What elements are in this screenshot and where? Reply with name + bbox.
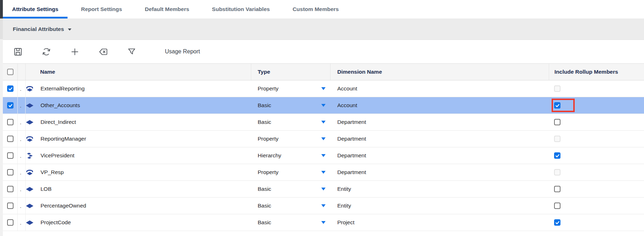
rollup-checkbox[interactable] <box>554 102 560 109</box>
table-row[interactable]: . Direct_Indirect Basic Department <box>3 114 644 131</box>
rollup-checkbox[interactable] <box>554 219 560 226</box>
tab-default-members[interactable]: Default Members <box>135 0 198 19</box>
row-drag-dot: . <box>18 198 26 214</box>
row-select-checkbox[interactable] <box>7 119 14 125</box>
row-select-checkbox[interactable] <box>7 203 14 209</box>
dropdown-arrow-icon <box>321 204 326 207</box>
usage-report-button[interactable]: Usage Report <box>165 48 200 55</box>
type-dropdown[interactable]: Property <box>251 80 331 97</box>
column-header-dimension: Dimension Name <box>331 64 549 80</box>
dimension-name: Account <box>337 102 357 109</box>
save-icon <box>13 47 23 57</box>
row-select-checkbox[interactable] <box>7 169 14 175</box>
column-header-type: Type <box>251 64 331 80</box>
property-attribute-icon <box>26 169 34 176</box>
row-drag-dot: . <box>18 214 26 231</box>
type-dropdown[interactable]: Basic <box>251 181 331 197</box>
attribute-name: ProjectCode <box>41 219 71 226</box>
hierarchy-attribute-icon <box>26 152 34 159</box>
attribute-type: Basic <box>258 102 271 109</box>
table-header: Name Type Dimension Name Include Rollup … <box>3 63 644 80</box>
tab-custom-members[interactable]: Custom Members <box>283 0 348 19</box>
table-row[interactable]: . VicePresident Hierarchy Department <box>3 147 644 164</box>
dropdown-arrow-icon <box>321 137 326 140</box>
row-drag-dot: . <box>18 80 26 97</box>
table-row[interactable]: . VP_Resp Property Department <box>3 164 644 181</box>
property-attribute-icon <box>26 85 34 92</box>
table-row[interactable]: . ProjectCode Basic Project <box>3 214 644 231</box>
table-row[interactable]: . ExternalReporting Property Account <box>3 80 644 97</box>
attribute-name: Direct_Indirect <box>41 119 76 125</box>
type-dropdown[interactable]: Basic <box>251 97 331 114</box>
dimension-name: Account <box>337 85 357 92</box>
dropdown-arrow-icon <box>321 188 326 190</box>
dropdown-arrow-icon <box>321 171 326 174</box>
tab-report-settings[interactable]: Report Settings <box>72 0 131 19</box>
dropdown-arrow-icon <box>321 154 326 157</box>
dropdown-arrow-icon <box>321 121 326 124</box>
rollup-checkbox <box>554 169 560 175</box>
table-row[interactable]: . PercentageOwned Basic Entity <box>3 198 644 214</box>
refresh-button[interactable] <box>41 47 51 57</box>
dropdown-arrow-icon <box>321 104 326 107</box>
toolbar: Usage Report <box>3 40 644 63</box>
type-dropdown[interactable]: Basic <box>251 198 331 214</box>
attribute-name: VicePresident <box>41 152 74 159</box>
attribute-name: Other_Accounts <box>41 102 80 109</box>
add-button[interactable] <box>70 47 80 57</box>
delete-button[interactable] <box>98 47 108 57</box>
attribute-group-selector[interactable]: Financial Attributes <box>13 26 71 32</box>
rollup-checkbox[interactable] <box>554 152 560 159</box>
basic-attribute-icon <box>26 186 34 193</box>
type-dropdown[interactable]: Property <box>251 131 331 147</box>
select-all-checkbox[interactable] <box>7 69 14 75</box>
delete-icon <box>98 47 108 57</box>
dropdown-arrow-icon <box>321 87 326 90</box>
row-select-checkbox[interactable] <box>7 152 14 159</box>
table-row[interactable]: . LOB Basic Entity <box>3 181 644 198</box>
dimension-name: Department <box>337 136 366 142</box>
row-select-checkbox[interactable] <box>7 219 14 226</box>
row-select-checkbox[interactable] <box>7 102 14 109</box>
row-drag-dot: . <box>18 97 26 114</box>
filter-button[interactable] <box>127 47 136 57</box>
property-attribute-icon <box>26 136 34 142</box>
checkmark-icon <box>8 86 13 91</box>
tab-substitution-variables[interactable]: Substitution Variables <box>203 0 279 19</box>
attribute-group-label: Financial Attributes <box>13 26 64 32</box>
type-dropdown[interactable]: Property <box>251 164 331 180</box>
row-drag-dot: . <box>18 131 26 147</box>
checkmark-icon <box>555 153 560 158</box>
type-dropdown[interactable]: Hierarchy <box>251 147 331 164</box>
attribute-settings-page: Attribute SettingsReport SettingsDefault… <box>3 0 644 231</box>
row-select-checkbox[interactable] <box>7 136 14 142</box>
window-edge-gray <box>0 19 3 39</box>
dropdown-arrow-icon <box>321 221 326 224</box>
row-drag-dot: . <box>18 147 26 164</box>
tab-attribute-settings[interactable]: Attribute Settings <box>3 0 68 19</box>
attribute-type: Basic <box>258 203 271 209</box>
attribute-name: ExternalReporting <box>41 85 85 92</box>
header-spacer <box>18 64 26 80</box>
rollup-checkbox[interactable] <box>554 203 560 209</box>
attributes-table: Name Type Dimension Name Include Rollup … <box>3 63 644 231</box>
column-header-name: Name <box>26 64 251 80</box>
checkmark-icon <box>555 103 560 108</box>
rollup-checkbox <box>554 136 560 142</box>
attribute-name: LOB <box>41 186 52 192</box>
table-row[interactable]: . ReportingManager Property Department <box>3 131 644 147</box>
basic-attribute-icon <box>26 219 34 226</box>
refresh-icon <box>42 47 51 57</box>
table-row[interactable]: . Other_Accounts Basic Account <box>3 97 644 114</box>
basic-attribute-icon <box>26 203 34 209</box>
attribute-type: Basic <box>258 119 271 125</box>
save-button[interactable] <box>13 47 23 57</box>
row-select-checkbox[interactable] <box>7 186 14 192</box>
type-dropdown[interactable]: Basic <box>251 214 331 231</box>
type-dropdown[interactable]: Basic <box>251 114 331 130</box>
row-select-checkbox[interactable] <box>7 85 14 92</box>
caret-down-icon <box>68 28 71 31</box>
attribute-type: Property <box>258 169 279 175</box>
rollup-checkbox[interactable] <box>554 186 560 192</box>
rollup-checkbox[interactable] <box>554 119 560 125</box>
